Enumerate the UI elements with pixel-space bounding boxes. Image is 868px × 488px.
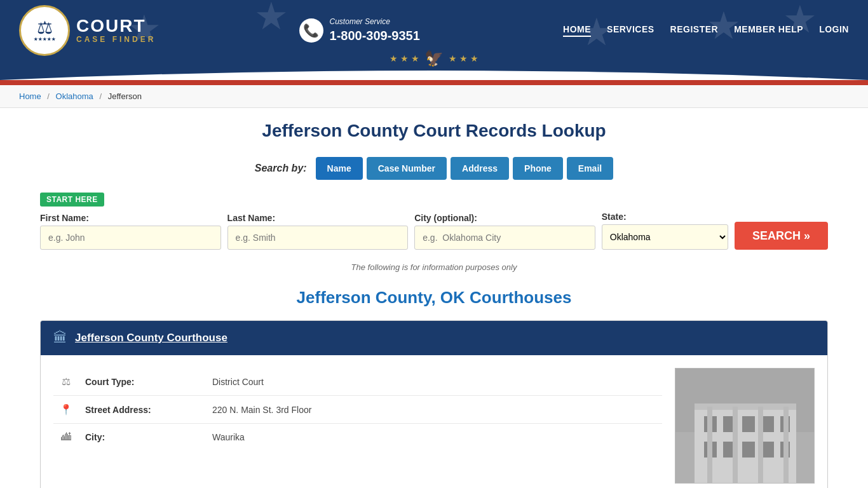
phone-icon: 📞 [299, 18, 323, 43]
svg-rect-16 [758, 407, 763, 483]
search-button[interactable]: SEARCH » [735, 222, 828, 250]
logo-icon: ⚖ [34, 19, 56, 37]
first-name-label: First Name: [40, 213, 221, 223]
page-title: Jefferson County Court Records Lookup [40, 121, 828, 141]
first-name-input[interactable] [40, 226, 221, 250]
red-accent-bar [0, 80, 868, 85]
tab-name[interactable]: Name [316, 157, 363, 180]
courthouse-building-icon: 🏛 [53, 330, 67, 346]
svg-rect-5 [742, 416, 755, 432]
tab-email[interactable]: Email [567, 157, 613, 180]
cs-text: Customer Service 1-800-309-9351 [330, 17, 420, 44]
city-label: City (optional): [414, 213, 595, 223]
courthouses-title: Jefferson County, OK Courthouses [40, 288, 828, 308]
state-select[interactable]: Oklahoma Alabama Alaska Arizona Arkansas… [602, 224, 728, 250]
breadcrumb-home[interactable]: Home [19, 92, 41, 101]
court-type-label: Court Type: [79, 368, 206, 396]
city-input[interactable] [414, 226, 595, 250]
courthouse-info: ⚖ Court Type: District Court 📍 Street Ad… [53, 368, 662, 484]
search-by-label: Search by: [255, 163, 307, 174]
nav-register[interactable]: REGISTER [670, 24, 719, 37]
courthouse-name-link[interactable]: Jefferson County Courthouse [75, 332, 227, 344]
court-type-value: District Court [206, 368, 662, 396]
city-field: City (optional): [414, 213, 595, 250]
search-form: First Name: Last Name: City (optional): … [40, 212, 828, 250]
last-name-input[interactable] [227, 226, 409, 250]
svg-rect-17 [783, 407, 789, 483]
main-nav: HOME SERVICES REGISTER MEMBER HELP LOGIN [563, 24, 849, 37]
tab-phone[interactable]: Phone [513, 157, 563, 180]
table-row: ⚖ Court Type: District Court [53, 368, 662, 396]
nav-home[interactable]: HOME [563, 24, 591, 37]
state-field: State: Oklahoma Alabama Alaska Arizona A… [602, 212, 728, 250]
table-row: 📍 Street Address: 220 N. Main St. 3rd Fl… [53, 396, 662, 424]
eagle-stars-left: ★★★ [390, 53, 419, 64]
logo-inner: ⚖ ★★★★★ [34, 19, 56, 42]
header-curve: ★★★ 🦅 ★★★ [0, 61, 868, 80]
logo-text: COURT CASE FINDER [76, 17, 156, 44]
courthouse-photo [675, 368, 815, 484]
cs-phone: 1-800-309-9351 [330, 27, 420, 44]
svg-rect-10 [742, 442, 755, 458]
courthouse-photo-placeholder [675, 369, 814, 483]
state-label: State: [602, 212, 728, 222]
courthouse-card-header: 🏛 Jefferson County Courthouse [41, 321, 827, 355]
city-value: Waurika [206, 424, 662, 451]
logo-court-text: COURT [76, 17, 156, 35]
street-address-value: 220 N. Main St. 3rd Floor [206, 396, 662, 424]
logo-sub-text: CASE FINDER [76, 35, 156, 44]
cs-label: Customer Service [330, 17, 420, 27]
search-by-row: Search by: Name Case Number Address Phon… [40, 157, 828, 180]
breadcrumb-sep-2: / [99, 92, 102, 101]
svg-rect-15 [733, 407, 738, 483]
court-type-icon: ⚖ [53, 368, 79, 396]
courthouse-building-svg [675, 369, 814, 483]
nav-services[interactable]: SERVICES [607, 24, 654, 37]
breadcrumb: Home / Oklahoma / Jefferson [0, 85, 868, 108]
breadcrumb-current: Jefferson [108, 92, 142, 101]
street-address-icon: 📍 [53, 396, 79, 424]
nav-member-help[interactable]: MEMBER HELP [734, 24, 803, 37]
main-content: Jefferson County Court Records Lookup Se… [21, 108, 847, 488]
eagle-icon: 🦅 [424, 50, 444, 67]
courthouse-card: 🏛 Jefferson County Courthouse ⚖ Court Ty… [40, 320, 828, 488]
table-row: 🏙 City: Waurika [53, 424, 662, 451]
street-address-label: Street Address: [79, 396, 206, 424]
city-label: City: [79, 424, 206, 451]
eagle-area: ★★★ 🦅 ★★★ [390, 50, 478, 67]
site-header: ★ ★ ★ ★ ★ ★ ⚖ ★★★★★ COURT CASE FINDER 📞 … [0, 0, 868, 80]
courthouse-card-body: ⚖ Court Type: District Court 📍 Street Ad… [41, 355, 827, 488]
last-name-field: Last Name: [227, 213, 409, 250]
first-name-field: First Name: [40, 213, 221, 250]
courthouse-details-table: ⚖ Court Type: District Court 📍 Street Ad… [53, 368, 662, 451]
customer-service: 📞 Customer Service 1-800-309-9351 [299, 17, 420, 44]
info-note: The following is for information purpose… [40, 262, 828, 272]
nav-login[interactable]: LOGIN [819, 24, 849, 37]
eagle-stars-right: ★★★ [449, 53, 478, 64]
city-icon: 🏙 [53, 424, 79, 451]
tab-case-number[interactable]: Case Number [367, 157, 447, 180]
last-name-label: Last Name: [227, 213, 409, 223]
breadcrumb-sep-1: / [47, 92, 50, 101]
svg-rect-14 [707, 407, 712, 483]
start-here-badge: START HERE [40, 193, 104, 207]
breadcrumb-oklahoma[interactable]: Oklahoma [56, 92, 93, 101]
logo-area: ⚖ ★★★★★ COURT CASE FINDER [19, 5, 156, 56]
logo-circle: ⚖ ★★★★★ [19, 5, 70, 56]
tab-address[interactable]: Address [451, 157, 509, 180]
